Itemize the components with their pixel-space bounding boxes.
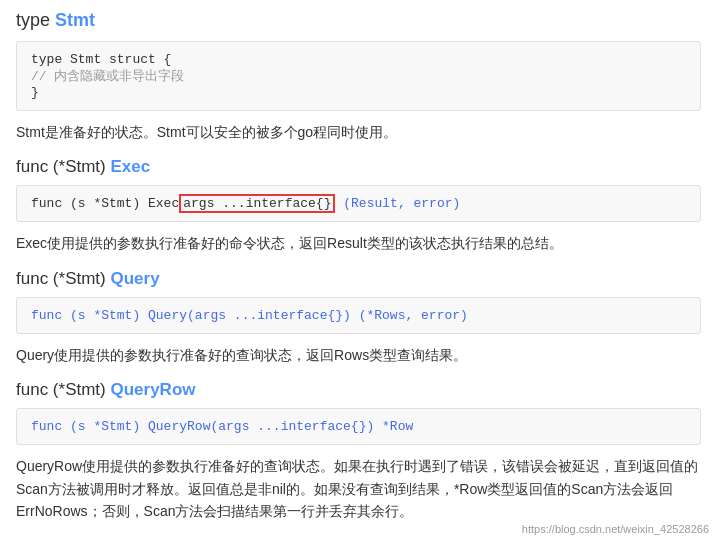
query-code-block: func (s *Stmt) Query(args ...interface{}… (16, 297, 701, 334)
exec-code-suffix: (Result, error) (335, 196, 460, 211)
type-code-line3: } (31, 85, 686, 100)
func-exec-heading: func (*Stmt) Exec (16, 157, 701, 177)
type-code-block: type Stmt struct { // 内含隐藏或非导出字段 } (16, 41, 701, 111)
func-exec-name: Exec (110, 157, 150, 176)
type-description: Stmt是准备好的状态。Stmt可以安全的被多个go程同时使用。 (16, 121, 701, 143)
exec-description: Exec使用提供的参数执行准备好的命令状态，返回Result类型的该状态执行结果… (16, 232, 701, 254)
exec-args-highlighted: args ...interface{} (179, 194, 335, 213)
exec-code-prefix: func (s *Stmt) Exec (31, 196, 179, 211)
exec-code-block: func (s *Stmt) Execargs ...interface{} (… (16, 185, 701, 222)
func-queryrow-heading: func (*Stmt) QueryRow (16, 380, 701, 400)
func-query-keyword: func (*Stmt) (16, 269, 106, 288)
type-code-comment: // 内含隐藏或非导出字段 (31, 67, 686, 85)
query-description: Query使用提供的参数执行准备好的查询状态，返回Rows类型查询结果。 (16, 344, 701, 366)
func-exec-keyword: func (*Stmt) (16, 157, 106, 176)
queryrow-code: func (s *Stmt) QueryRow(args ...interfac… (31, 419, 413, 434)
type-name: Stmt (55, 10, 95, 30)
func-queryrow-name: QueryRow (110, 380, 195, 399)
type-stmt-heading: type Stmt (16, 10, 701, 31)
queryrow-description: QueryRow使用提供的参数执行准备好的查询状态。如果在执行时遇到了错误，该错… (16, 455, 701, 522)
func-query-heading: func (*Stmt) Query (16, 269, 701, 289)
type-keyword: type (16, 10, 50, 30)
watermark: https://blog.csdn.net/weixin_42528266 (522, 523, 709, 535)
queryrow-code-block: func (s *Stmt) QueryRow(args ...interfac… (16, 408, 701, 445)
query-code: func (s *Stmt) Query(args ...interface{}… (31, 308, 468, 323)
func-queryrow-keyword: func (*Stmt) (16, 380, 106, 399)
type-code-line1: type Stmt struct { (31, 52, 686, 67)
func-query-name: Query (110, 269, 159, 288)
